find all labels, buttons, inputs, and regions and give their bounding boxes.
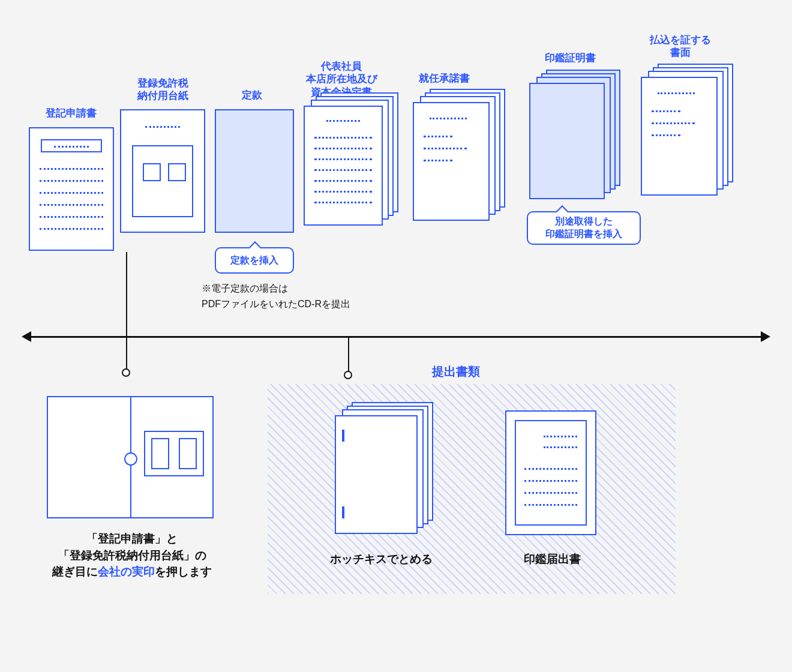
doc-seal-registration bbox=[505, 410, 596, 535]
staple-caption: ホッチキスでとめる bbox=[312, 551, 450, 568]
stem-left bbox=[126, 252, 127, 372]
seal-registration-caption: 印鑑届出書 bbox=[492, 551, 612, 568]
booklet-caption-accent: 会社の実印 bbox=[98, 565, 155, 578]
axis-arrow-left bbox=[22, 331, 31, 342]
doc-proof-payment bbox=[641, 77, 718, 196]
booklet-caption: 「登記申請書」と 「登録免許税納付用台紙」の 継ぎ目に会社の実印を押します bbox=[24, 530, 240, 580]
note-electronic-articles: ※電子定款の場合は PDFファイルをいれたCD-Rを提出 bbox=[202, 281, 350, 311]
callout-insert-articles: 定款を挿入 bbox=[215, 247, 294, 274]
doc-articles bbox=[215, 109, 294, 233]
axis-line bbox=[30, 336, 762, 338]
submission-docs-title: 提出書類 bbox=[420, 364, 492, 380]
doc-acceptance bbox=[413, 102, 490, 221]
label-proof-payment: 払込を証する 書面 bbox=[632, 34, 728, 59]
axis-arrow-right bbox=[761, 331, 770, 342]
label-articles: 定款 bbox=[228, 89, 276, 101]
doc-seal-cert bbox=[529, 83, 605, 199]
stem-center bbox=[348, 336, 349, 374]
callout-insert-seal-cert-text: 別途取得した 印鑑証明書を挿入 bbox=[545, 215, 622, 241]
booklet bbox=[47, 396, 214, 518]
callout-insert-seal-cert: 別途取得した 印鑑証明書を挿入 bbox=[527, 211, 641, 245]
label-acceptance: 就任承諾書 bbox=[408, 72, 480, 85]
seal-ring-icon bbox=[124, 452, 137, 466]
doc-tax-mount bbox=[120, 109, 205, 233]
callout-insert-articles-text: 定款を挿入 bbox=[230, 254, 278, 267]
stem-center-dot bbox=[344, 371, 352, 379]
label-seal-cert: 印鑑証明書 bbox=[534, 52, 606, 64]
doc-registration-application bbox=[29, 127, 114, 251]
booklet-caption-suffix: を押します bbox=[155, 565, 212, 578]
staple-stack-front bbox=[335, 415, 418, 534]
stem-left-dot bbox=[122, 368, 130, 377]
label-registration-application: 登記申請書 bbox=[35, 107, 107, 119]
doc-rep-capital bbox=[304, 106, 383, 226]
label-tax-mount: 登録免許税 納付用台紙 bbox=[118, 77, 208, 103]
